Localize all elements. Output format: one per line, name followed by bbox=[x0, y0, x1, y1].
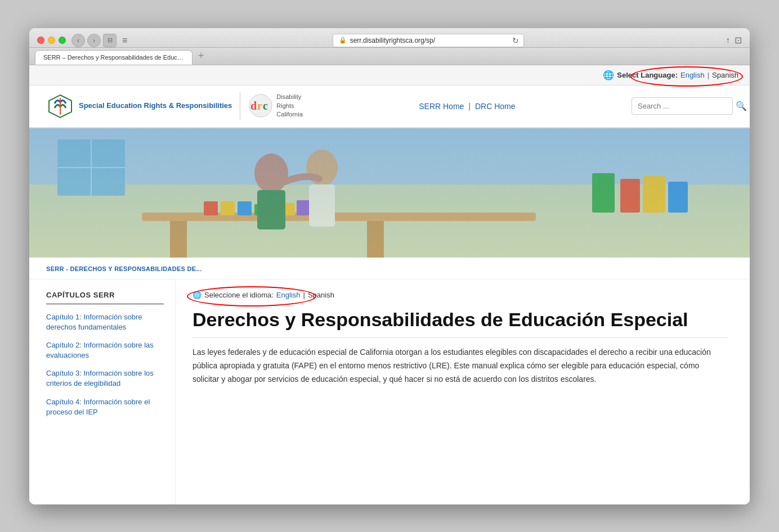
breadcrumb[interactable]: SERR - DERECHOS Y RESPONSABILIDADES DE..… bbox=[46, 265, 202, 272]
sidebar-link-1[interactable]: Capítulo 1: Información sobre derechos f… bbox=[46, 312, 164, 332]
sidebar: CAPÍTULOS SERR Capítulo 1: Información s… bbox=[29, 279, 176, 504]
traffic-light-yellow[interactable] bbox=[48, 37, 55, 44]
nav-separator: | bbox=[468, 102, 471, 111]
english-lang-link-content[interactable]: English bbox=[276, 291, 301, 299]
svg-text:c: c bbox=[263, 100, 268, 112]
reader-view-icon[interactable]: ⊡ bbox=[735, 35, 742, 46]
spanish-lang-top: Spanish bbox=[712, 71, 738, 79]
article-area: 🌐 Seleccione el idioma: English | Spanis… bbox=[176, 279, 750, 504]
content-language-selector: 🌐 Seleccione el idioma: English | Spanis… bbox=[192, 291, 727, 299]
lang-separator-top: | bbox=[708, 71, 709, 79]
search-bar[interactable]: 🔍 bbox=[632, 97, 733, 115]
serr-logo-text: Special Education Rights & Responsibilit… bbox=[79, 101, 232, 111]
article-body: Las leyes federales y de educación espec… bbox=[192, 346, 727, 386]
breadcrumb-bar: SERR - DERECHOS Y RESPONSABILIDADES DE..… bbox=[29, 258, 750, 279]
select-language-label: Select Language: bbox=[617, 71, 678, 79]
sidebar-link-3[interactable]: Capítulo 3: Información sobre los criter… bbox=[46, 368, 164, 389]
share-icon[interactable]: ↑ bbox=[726, 35, 730, 46]
svg-text:d: d bbox=[250, 100, 257, 112]
drc-logo[interactable]: d r c Disability Rights California bbox=[248, 93, 302, 119]
refresh-icon[interactable]: ↻ bbox=[512, 36, 519, 45]
svg-text:r: r bbox=[257, 100, 262, 112]
sidebar-title: CAPÍTULOS SERR bbox=[46, 291, 164, 304]
lock-icon: 🔒 bbox=[339, 37, 347, 44]
new-tab-button[interactable]: + bbox=[192, 48, 210, 65]
language-bar: 🌐 Select Language: English | Spanish bbox=[29, 65, 750, 85]
hero-image bbox=[29, 128, 750, 258]
spanish-lang-content: Spanish bbox=[308, 291, 334, 299]
search-input[interactable] bbox=[638, 102, 732, 110]
globe-icon-content: 🌐 bbox=[192, 291, 202, 299]
traffic-light-red[interactable] bbox=[37, 37, 44, 44]
site-header: Special Education Rights & Responsibilit… bbox=[29, 85, 750, 128]
globe-icon-top: 🌐 bbox=[603, 70, 614, 80]
serr-home-link[interactable]: SERR Home bbox=[419, 102, 464, 111]
address-bar[interactable]: 🔒 serr.disabilityrightsca.org/sp/ ↻ bbox=[333, 34, 524, 47]
sidebar-link-4[interactable]: Capítulo 4: Información sobre el proceso… bbox=[46, 397, 164, 417]
nav-links: SERR Home | DRC Home bbox=[314, 102, 620, 111]
hero-overlay bbox=[29, 128, 750, 258]
logo-divider bbox=[240, 92, 240, 120]
drc-home-link[interactable]: DRC Home bbox=[475, 102, 516, 111]
hamburger-icon: ≡ bbox=[122, 35, 127, 46]
main-content: CAPÍTULOS SERR Capítulo 1: Información s… bbox=[29, 279, 750, 504]
back-button[interactable]: ‹ bbox=[71, 34, 85, 47]
drc-text-block: Disability Rights California bbox=[276, 93, 302, 119]
traffic-light-green[interactable] bbox=[59, 37, 66, 44]
language-selector: 🌐 Select Language: English | Spanish bbox=[603, 70, 738, 80]
serr-logo[interactable]: Special Education Rights & Responsibilit… bbox=[46, 92, 232, 120]
content-lang-separator: | bbox=[303, 291, 305, 299]
article-title: Derechos y Responsabilidades de Educació… bbox=[192, 308, 727, 339]
english-lang-link-top[interactable]: English bbox=[680, 71, 705, 79]
logo-section: Special Education Rights & Responsibilit… bbox=[46, 92, 303, 120]
search-icon[interactable]: 🔍 bbox=[736, 101, 747, 111]
sidebar-toggle-button[interactable]: ⊟ bbox=[103, 34, 117, 47]
seleccione-label: Seleccione el idioma: bbox=[204, 291, 274, 299]
forward-button[interactable]: › bbox=[87, 34, 101, 47]
active-tab[interactable]: SERR – Derechos y Responsabilidades de E… bbox=[35, 50, 192, 65]
sidebar-link-2[interactable]: Capítulo 2: Información sobre las evalua… bbox=[46, 340, 164, 360]
serr-logo-icon bbox=[46, 92, 74, 120]
url-text: serr.disabilityrightsca.org/sp/ bbox=[350, 37, 435, 44]
drc-logo-icon: d r c bbox=[248, 93, 273, 118]
